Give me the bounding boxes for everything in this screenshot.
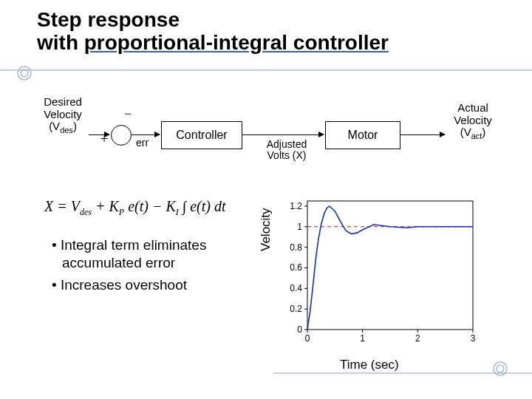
- chart-xlabel: Time (sec): [340, 358, 399, 372]
- bullets: • Integral term eliminates accumulated e…: [52, 236, 273, 298]
- svg-point-0: [18, 66, 31, 80]
- divider-top: [0, 69, 532, 71]
- plus-sign: +: [100, 132, 108, 147]
- arrow-err: [132, 134, 160, 135]
- svg-text:2: 2: [415, 333, 420, 344]
- svg-text:0: 0: [305, 333, 310, 344]
- svg-text:0.6: 0.6: [290, 262, 302, 273]
- actual-velocity-label: ActualVelocity (Vact): [447, 102, 499, 140]
- slide-title: Step response with proportional-integral…: [37, 9, 389, 55]
- arrow-output: [400, 134, 445, 135]
- equation: X = Vdes + KP e(t) − KI ∫ e(t) dt: [44, 198, 226, 218]
- svg-point-3: [497, 365, 504, 372]
- chart-ylabel: Velocity: [259, 208, 273, 251]
- svg-text:0.2: 0.2: [290, 304, 302, 314]
- svg-text:3: 3: [471, 333, 476, 344]
- bullet-2: • Increases overshoot: [52, 276, 273, 294]
- adjusted-volts-label: AdjustedVolts (X): [257, 139, 316, 162]
- title-line1: Step response: [37, 8, 180, 31]
- svg-text:0.4: 0.4: [290, 283, 302, 293]
- motor-block: Motor: [325, 121, 400, 149]
- desired-velocity-label: DesiredVelocity (Vdes): [37, 96, 89, 134]
- controller-block: Controller: [161, 121, 242, 149]
- arrow-adjusted: [242, 134, 324, 135]
- svg-rect-4: [307, 201, 473, 330]
- step-response-chart: 012300.20.40.60.811.2: [279, 195, 479, 350]
- divider-bottom: [273, 372, 532, 374]
- svg-text:0.8: 0.8: [290, 242, 302, 253]
- svg-text:1.2: 1.2: [290, 201, 302, 211]
- title-line2a: with: [37, 31, 84, 54]
- svg-text:1: 1: [360, 333, 365, 344]
- bullet-1: • Integral term eliminates accumulated e…: [52, 236, 273, 272]
- err-label: err: [136, 137, 149, 149]
- svg-text:1: 1: [297, 222, 302, 232]
- block-diagram: DesiredVelocity (Vdes) + − err Controlle…: [37, 96, 510, 185]
- title-line2b: proportional-integral controller: [84, 31, 389, 54]
- minus-sign: −: [124, 106, 132, 122]
- corner-rings-right-icon: [491, 359, 510, 378]
- summing-junction-icon: [111, 125, 132, 146]
- corner-rings-left-icon: [15, 64, 34, 83]
- svg-text:0: 0: [297, 324, 302, 335]
